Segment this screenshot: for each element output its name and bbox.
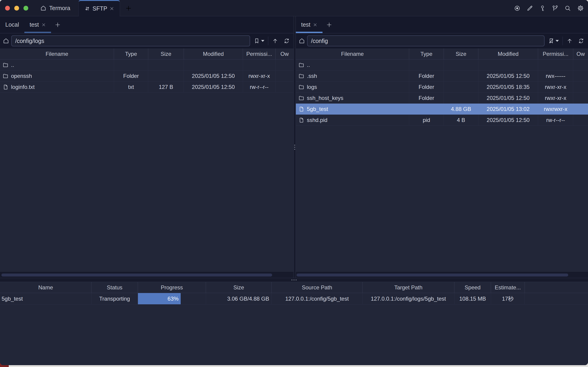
settings-icon[interactable] [577, 5, 584, 11]
horizontal-scrollbar[interactable] [297, 274, 568, 276]
progress-fill: 63% [138, 293, 181, 304]
close-window-button[interactable] [5, 6, 10, 11]
file-owner [573, 59, 588, 70]
bookmark-icon[interactable] [254, 38, 260, 44]
column-header-type[interactable]: Type [409, 49, 444, 59]
table-row[interactable]: .. [0, 59, 294, 70]
table-row[interactable]: .. [296, 59, 588, 70]
table-row[interactable]: .ssh Folder 2025/01/05 12:50 rwx------ [296, 70, 588, 82]
close-tab-icon[interactable] [110, 6, 114, 11]
column-header-progress[interactable]: Progress [138, 282, 206, 293]
left-pane: Local test [0, 16, 294, 278]
transfers-header: Name Status Progress Size Source Path Ta… [0, 282, 588, 293]
table-row[interactable]: loginfo.txt txt 127 B 2025/01/05 12:50 r… [0, 82, 294, 92]
transfer-estimate: 17秒 [491, 293, 525, 304]
right-scrollbar-track [296, 272, 588, 278]
left-path-input[interactable] [11, 35, 250, 46]
column-header-permissions[interactable]: Permissi... [243, 49, 276, 59]
right-path-input[interactable] [307, 35, 545, 46]
transfers-panel: Name Status Progress Size Source Path Ta… [0, 282, 588, 365]
bookmark-slash-icon[interactable] [548, 38, 554, 44]
refresh-icon[interactable] [578, 38, 584, 44]
bookmark-dropdown-icon[interactable] [556, 40, 559, 42]
column-header-owner[interactable]: Ow [276, 49, 294, 59]
column-header-permissions[interactable]: Permissi... [538, 49, 573, 59]
file-type-icon [298, 73, 304, 79]
file-permissions: rwxr-xr-x [538, 92, 573, 103]
transfer-row[interactable]: 5gb_test Transporting 63% 3.06 GB/4.88 G… [0, 293, 588, 305]
column-header-size[interactable]: Size [444, 49, 478, 59]
horizontal-scrollbar[interactable] [1, 274, 272, 276]
minimize-window-button[interactable] [14, 6, 19, 11]
column-header-estimate[interactable]: Estimate... [491, 282, 525, 293]
tab-test-right[interactable]: test [296, 16, 323, 33]
search-icon[interactable] [564, 5, 571, 11]
new-tab-button[interactable] [125, 0, 132, 16]
close-tab-icon[interactable] [313, 23, 317, 27]
tab-sftp[interactable]: SFTP [78, 0, 120, 16]
table-row[interactable]: openssh Folder 2025/01/05 12:50 rwxr-xr-… [0, 70, 294, 82]
tab-test-left[interactable]: test [24, 16, 51, 33]
source-control-icon[interactable] [552, 5, 558, 11]
tab-local[interactable]: Local [0, 16, 24, 33]
app-home-tab[interactable]: Termora [40, 0, 70, 16]
filename: logs [307, 84, 317, 90]
table-row[interactable]: logs Folder 2025/01/05 18:35 rwxr-xr-x [296, 82, 588, 92]
table-row[interactable]: sshd.pid pid 4 B 2025/01/05 12:50 rw-r--… [296, 115, 588, 126]
file-owner [573, 82, 588, 92]
bookmark-dropdown-icon[interactable] [261, 40, 264, 42]
file-size: 4.88 GB [444, 104, 478, 114]
file-modified: 2025/01/05 12:50 [478, 70, 538, 81]
refresh-icon[interactable] [283, 38, 290, 44]
home-icon[interactable] [298, 38, 305, 44]
filename: openssh [11, 73, 32, 79]
table-row[interactable]: ssh_host_keys Folder 2025/01/05 12:50 rw… [296, 92, 588, 104]
column-header-owner[interactable]: Ow [573, 49, 588, 59]
file-size [148, 59, 184, 70]
file-permissions: rwxr-xr-x [538, 82, 573, 92]
row-filler [525, 293, 588, 304]
column-header-modified[interactable]: Modified [184, 49, 243, 59]
file-type-icon [298, 106, 304, 112]
column-header-type[interactable]: Type [114, 49, 148, 59]
file-permissions [538, 59, 573, 70]
up-directory-icon[interactable] [272, 38, 278, 44]
file-permissions [243, 59, 276, 70]
column-header-size[interactable]: Size [206, 282, 272, 293]
column-header-source-path[interactable]: Source Path [272, 282, 363, 293]
key-icon[interactable] [539, 5, 546, 11]
horizontal-splitter[interactable] [0, 278, 588, 282]
transfer-target-path: 127.0.0.1:/config/logs/5gb_test [363, 293, 454, 304]
left-path-bar [0, 33, 294, 49]
file-permissions: rw-r--r-- [243, 82, 276, 92]
record-icon[interactable] [514, 5, 520, 11]
table-row[interactable]: 5gb_test 4.88 GB 2025/01/05 13:02 rwxrwx… [296, 104, 588, 115]
file-type: Folder [409, 82, 444, 92]
column-header-status[interactable]: Status [92, 282, 138, 293]
right-path-actions [548, 36, 584, 45]
filename: 5gb_test [307, 106, 328, 112]
file-type [409, 59, 444, 70]
file-size: 4 B [444, 115, 478, 125]
file-type-icon [2, 84, 9, 90]
zoom-window-button[interactable] [24, 6, 28, 11]
column-header-size[interactable]: Size [148, 49, 184, 59]
add-pane-tab-button[interactable] [51, 16, 64, 33]
file-size [444, 59, 478, 70]
file-size [444, 92, 478, 103]
home-icon[interactable] [3, 38, 9, 44]
column-header-filename[interactable]: Filename [296, 49, 409, 59]
close-tab-icon[interactable] [42, 23, 46, 27]
column-header-modified[interactable]: Modified [478, 49, 538, 59]
edit-icon[interactable] [527, 5, 533, 11]
column-header-speed[interactable]: Speed [454, 282, 491, 293]
column-header-filename[interactable]: Filename [0, 49, 114, 59]
column-header-target-path[interactable]: Target Path [363, 282, 454, 293]
add-pane-tab-button[interactable] [323, 16, 336, 33]
sftp-dual-pane: Local test [0, 16, 588, 278]
right-pane: test [296, 16, 588, 278]
vertical-splitter[interactable] [294, 16, 296, 278]
file-type-icon [2, 62, 9, 68]
up-directory-icon[interactable] [566, 38, 573, 44]
column-header-name[interactable]: Name [0, 282, 92, 293]
